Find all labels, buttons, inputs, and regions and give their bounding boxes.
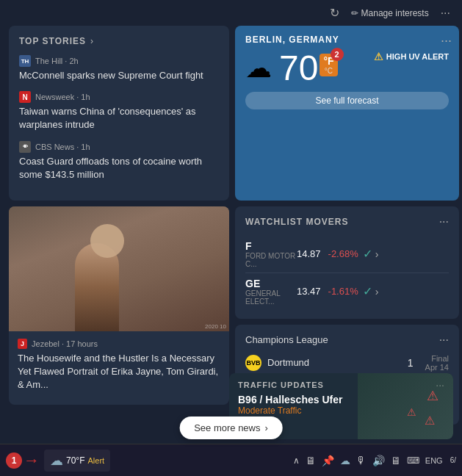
- stock-name: GENERAL ELECT...: [245, 289, 297, 306]
- taskbar-temperature: 70°F: [66, 455, 84, 466]
- taskbar-weather-widget[interactable]: ☁ 70°F Alert: [44, 450, 110, 472]
- top-stories-header[interactable]: TOP STORIES ›: [19, 36, 219, 46]
- watchlist-card: WATCHLIST MOVERS ··· F FORD MOTOR C... 1…: [235, 206, 459, 319]
- uv-alert-text: HIGH UV ALERT: [386, 52, 449, 61]
- see-more-news-container: See more news ›: [179, 416, 283, 439]
- stock-change: -2.68%: [328, 248, 358, 259]
- traffic-warning-icon-2: ⚠: [407, 406, 416, 418]
- taskbar-speaker-icon[interactable]: 🔊: [372, 455, 385, 466]
- chevron-right-icon: ›: [264, 422, 267, 433]
- taskbar: 1 → ☁ 70°F Alert ∧ 🖥 📌 ☁ 🎙 🔊 🖥 ⌨ ENG 6/: [0, 444, 462, 476]
- photo-article-card[interactable]: 2020 10 J Jezebel · 17 hours The Housewi…: [9, 206, 229, 405]
- cloud-icon: ☁: [245, 53, 272, 84]
- stock-price: 13.47: [297, 286, 321, 297]
- news-item[interactable]: N Newsweek · 1h Taiwan warns China of 'c…: [19, 91, 219, 131]
- match-row-dortmund: BVB Dortmund 1 Final Apr 14: [245, 354, 449, 372]
- news-source-row: TH The Hill · 2h: [19, 55, 219, 67]
- watchlist-title: WATCHLIST MOVERS: [245, 217, 348, 227]
- news-source-row: N Newsweek · 1h: [19, 91, 219, 103]
- refresh-icon[interactable]: ↻: [330, 6, 339, 20]
- traffic-warning-icon: ⚠: [427, 388, 438, 404]
- source-name: CBS News · 1h: [35, 143, 90, 151]
- taskbar-badge-area: 1 →: [6, 451, 40, 470]
- source-name: Newsweek · 1h: [35, 93, 90, 101]
- source-name: The Hill · 2h: [35, 57, 79, 65]
- see-more-news-button[interactable]: See more news ›: [179, 416, 283, 439]
- taskbar-system-icons: ∧ 🖥 📌 ☁ 🎙 🔊 🖥 ⌨ ENG: [293, 455, 443, 466]
- news-source-row: 👁 CBS News · 1h: [19, 141, 219, 153]
- weather-temp: 70: [279, 51, 318, 86]
- weather-card: ··· BERLIN, GERMANY ☁ 70 °F °C 2 ⚠ HIGH …: [235, 26, 459, 201]
- taskbar-pin-icon: 📌: [322, 455, 334, 466]
- stock-row[interactable]: F FORD MOTOR C... 14.87 -2.68% ✓ ›: [245, 236, 449, 273]
- main-content: TOP STORIES › TH The Hill · 2h McConnell…: [0, 26, 462, 425]
- pencil-icon: ✏: [351, 8, 358, 18]
- more-options-button[interactable]: ···: [441, 7, 450, 20]
- newsweek-logo: N: [19, 91, 31, 103]
- stock-name: FORD MOTOR C...: [245, 252, 297, 268]
- weather-location: BERLIN, GERMANY: [245, 35, 449, 45]
- weather-unit-badge[interactable]: °F °C 2: [320, 54, 337, 76]
- article-photo: 2020 10: [9, 206, 229, 331]
- arrow-right-icon: ›: [375, 248, 379, 260]
- traffic-warning-icon-3: ⚠: [425, 414, 435, 428]
- taskbar-mic-icon[interactable]: 🎙: [356, 455, 367, 466]
- weather-unit-c: °C: [325, 67, 333, 75]
- news-item[interactable]: 👁 CBS News · 1h Coast Guard offloads ton…: [19, 141, 219, 181]
- stock-row[interactable]: GE GENERAL ELECT... 13.47 -1.61% ✓ ›: [245, 273, 449, 310]
- champions-title: Champions League: [245, 334, 328, 345]
- weather-badge-number: 2: [331, 48, 344, 61]
- team-name-dortmund: Dortmund: [267, 357, 408, 368]
- watchlist-header: WATCHLIST MOVERS ···: [245, 215, 449, 228]
- stock-ticker: GE: [245, 278, 267, 289]
- photo-date-overlay: 2020 10: [205, 323, 226, 330]
- taskbar-cloud-icon: ☁: [50, 452, 63, 469]
- match-score-dortmund: 1: [408, 357, 414, 369]
- taskbar-alert-text: Alert: [87, 456, 104, 465]
- weather-top-row: ☁ 70 °F °C 2 ⚠ HIGH UV ALERT: [245, 51, 449, 92]
- weather-temp-group: 70 °F °C 2: [279, 51, 338, 86]
- match-result-label: Final: [431, 354, 449, 363]
- traffic-title: TRAFFIC UPDATES: [238, 381, 324, 389]
- news-headline: Coast Guard offloads tons of cocaine wor…: [19, 155, 219, 181]
- stock-ticker: F: [245, 240, 267, 252]
- manage-interests-button[interactable]: ✏ Manage interests: [351, 8, 429, 18]
- arrow-right-icon: ›: [375, 286, 379, 298]
- cbs-logo: 👁: [19, 141, 31, 153]
- champions-header: Champions League ···: [245, 333, 449, 347]
- news-item[interactable]: TH The Hill · 2h McConnell sparks new Su…: [19, 55, 219, 82]
- top-stories-card: TOP STORIES › TH The Hill · 2h McConnell…: [9, 26, 229, 201]
- news-headline: Taiwan warns China of 'consequences' as …: [19, 105, 219, 131]
- top-stories-chevron-icon: ›: [90, 36, 93, 46]
- article-source-row: J Jezebel · 17 hours: [9, 331, 229, 352]
- jezebel-logo: J: [18, 339, 27, 349]
- thehill-logo: TH: [19, 55, 31, 67]
- champions-more-button[interactable]: ···: [439, 333, 449, 347]
- taskbar-keyboard-icon: ⌨: [407, 455, 419, 466]
- news-headline: McConnell sparks new Supreme Court fight: [19, 69, 219, 82]
- article-headline: The Housewife and the Hustler Is a Neces…: [9, 352, 229, 400]
- weather-main: ☁ 70 °F °C 2: [245, 51, 338, 86]
- checkmark-icon: ✓: [363, 284, 372, 298]
- warning-icon: ⚠: [374, 51, 383, 62]
- taskbar-badge-number: 1: [6, 452, 22, 469]
- top-bar: ↻ ✏ Manage interests ···: [0, 0, 462, 26]
- watchlist-more-button[interactable]: ···: [439, 215, 449, 228]
- top-stories-title: TOP STORIES: [19, 36, 86, 46]
- stock-change: -1.61%: [328, 286, 358, 297]
- dortmund-logo: BVB: [245, 355, 261, 371]
- weather-more-button[interactable]: ···: [441, 33, 452, 48]
- taskbar-cloud-sys-icon: ☁: [340, 455, 350, 466]
- see-full-forecast-button[interactable]: See full forecast: [245, 92, 449, 109]
- uv-alert: ⚠ HIGH UV ALERT: [374, 51, 449, 62]
- article-source-name: Jezebel · 17 hours: [32, 339, 98, 348]
- checkmark-icon: ✓: [363, 247, 372, 261]
- stock-price: 14.87: [297, 248, 321, 259]
- chevron-up-icon[interactable]: ∧: [293, 455, 300, 466]
- taskbar-eng-label[interactable]: ENG: [425, 456, 443, 465]
- match-result-date: Apr 14: [425, 363, 449, 372]
- arrow-right-icon: →: [24, 451, 40, 470]
- taskbar-network-icon: 🖥: [306, 455, 316, 466]
- taskbar-time: 6/: [450, 456, 456, 464]
- taskbar-monitor-icon: 🖥: [391, 455, 401, 466]
